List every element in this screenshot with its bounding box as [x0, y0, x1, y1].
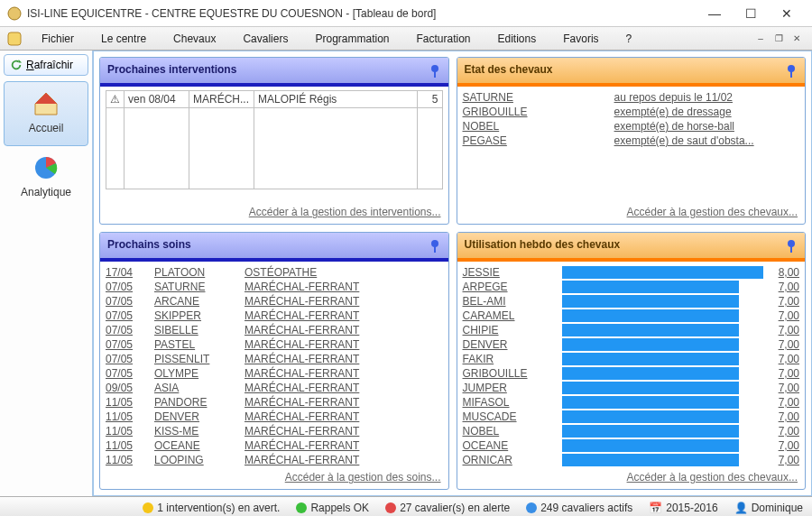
- table-row[interactable]: MIFASOL7,00: [463, 395, 800, 410]
- horse-link[interactable]: SATURNE: [463, 91, 513, 104]
- table-row[interactable]: DENVER7,00: [463, 337, 800, 352]
- app-menu-icon[interactable]: [7, 32, 22, 46]
- table-row[interactable]: CHIPIE7,00: [463, 323, 800, 337]
- horse-link[interactable]: ARPEGE: [463, 281, 508, 293]
- date-link[interactable]: 11/05: [106, 396, 133, 409]
- table-row[interactable]: 07/05SKIPPERMARÉCHAL-FERRANT: [106, 309, 443, 323]
- horse-link[interactable]: JESSIE: [463, 266, 500, 279]
- table-row[interactable]: 09/05ASIAMARÉCHAL-FERRANT: [106, 381, 443, 395]
- table-row[interactable]: CARAMEL7,00: [463, 309, 800, 323]
- date-link[interactable]: 07/05: [106, 353, 133, 365]
- horse-link[interactable]: OLYMPE: [154, 367, 198, 380]
- table-row[interactable]: 11/05PANDOREMARÉCHAL-FERRANT: [106, 395, 443, 410]
- table-row[interactable]: NOBEL7,00: [463, 424, 800, 438]
- table-row[interactable]: 07/05SIBELLEMARÉCHAL-FERRANT: [106, 323, 443, 337]
- table-row[interactable]: MUSCADE7,00: [463, 410, 800, 424]
- table-row[interactable]: PEGASEexempté(e) de saut d'obsta...: [463, 134, 800, 148]
- date-link[interactable]: 11/05: [106, 439, 133, 452]
- date-link[interactable]: 17/04: [106, 266, 133, 279]
- menu-programmation[interactable]: Programmation: [309, 31, 407, 47]
- horse-link[interactable]: MIFASOL: [463, 396, 510, 409]
- status-actifs[interactable]: 249 cavaliers actifs: [526, 502, 632, 514]
- horse-link[interactable]: PLATOON: [154, 266, 205, 279]
- care-link[interactable]: MARÉCHAL-FERRANT: [245, 382, 359, 394]
- date-link[interactable]: 09/05: [106, 382, 133, 394]
- table-row[interactable]: GRIBOUILLE7,00: [463, 366, 800, 381]
- horse-link[interactable]: KISS-ME: [154, 425, 198, 438]
- etat-footer-link[interactable]: Accéder à la gestion des chevaux...: [627, 206, 798, 218]
- status-alert[interactable]: 27 cavalier(s) en alerte: [385, 502, 510, 514]
- table-row[interactable]: 07/05SATURNEMARÉCHAL-FERRANT: [106, 280, 443, 294]
- care-link[interactable]: MARÉCHAL-FERRANT: [245, 338, 359, 351]
- menu-help[interactable]: ?: [621, 31, 651, 47]
- horse-link[interactable]: GRIBOUILLE: [463, 106, 528, 118]
- horse-link[interactable]: DENVER: [463, 338, 508, 351]
- table-row[interactable]: BEL-AMI7,00: [463, 294, 800, 309]
- horse-link[interactable]: SKIPPER: [154, 309, 201, 322]
- table-row[interactable]: ORNICAR7,00: [463, 453, 800, 467]
- horse-link[interactable]: CARAMEL: [463, 309, 515, 322]
- horse-link[interactable]: PASTEL: [154, 338, 195, 351]
- menu-lecentre[interactable]: Le centre: [96, 31, 164, 47]
- minimize-button[interactable]: —: [697, 1, 733, 26]
- date-link[interactable]: 07/05: [106, 324, 133, 336]
- horse-link[interactable]: PEGASE: [463, 134, 507, 147]
- table-row[interactable]: 11/05DENVERMARÉCHAL-FERRANT: [106, 410, 443, 424]
- pin-icon[interactable]: [427, 63, 443, 79]
- status-ok[interactable]: Rappels OK: [296, 502, 369, 514]
- horse-link[interactable]: ORNICAR: [463, 454, 512, 466]
- pin-icon[interactable]: [783, 63, 799, 79]
- table-row[interactable]: GRIBOUILLEexempté(e) de dressage: [463, 105, 800, 119]
- menu-fichier[interactable]: Fichier: [36, 31, 92, 47]
- date-link[interactable]: 11/05: [106, 410, 133, 423]
- table-row[interactable]: OCEANE7,00: [463, 438, 800, 453]
- table-row[interactable]: FAKIR7,00: [463, 352, 800, 366]
- status-link[interactable]: exempté(e) de dressage: [614, 106, 732, 118]
- horse-link[interactable]: ARCANE: [154, 295, 199, 308]
- menu-cavaliers[interactable]: Cavaliers: [237, 31, 306, 47]
- sidebar-item-accueil[interactable]: Accueil: [4, 81, 88, 146]
- menu-favoris[interactable]: Favoris: [558, 31, 616, 47]
- mdi-minimize-icon[interactable]: –: [752, 32, 769, 45]
- status-period[interactable]: 📅2015-2016: [649, 502, 717, 514]
- care-link[interactable]: OSTÉOPATHE: [245, 266, 317, 279]
- table-row[interactable]: NOBELexempté(e) de horse-ball: [463, 119, 800, 134]
- care-link[interactable]: MARÉCHAL-FERRANT: [245, 281, 359, 293]
- horse-link[interactable]: PANDORE: [154, 396, 207, 409]
- usage-footer-link[interactable]: Accéder à la gestion des chevaux...: [627, 471, 798, 484]
- horse-link[interactable]: SIBELLE: [154, 324, 198, 336]
- care-link[interactable]: MARÉCHAL-FERRANT: [245, 324, 359, 336]
- horse-link[interactable]: SATURNE: [154, 281, 205, 293]
- care-link[interactable]: MARÉCHAL-FERRANT: [245, 439, 359, 452]
- horse-link[interactable]: BEL-AMI: [463, 295, 506, 308]
- table-row[interactable]: 07/05OLYMPEMARÉCHAL-FERRANT: [106, 366, 443, 381]
- horse-link[interactable]: OCEANE: [154, 439, 200, 452]
- table-row[interactable]: 07/05PASTELMARÉCHAL-FERRANT: [106, 337, 443, 352]
- table-row[interactable]: ⚠ ven 08/04 MARÉCH... MALOPIÉ Régis 5: [106, 91, 443, 108]
- status-link[interactable]: exempté(e) de horse-ball: [614, 120, 734, 133]
- table-row[interactable]: ARPEGE7,00: [463, 280, 800, 294]
- care-link[interactable]: MARÉCHAL-FERRANT: [245, 410, 359, 423]
- pin-icon[interactable]: [783, 238, 799, 254]
- table-row[interactable]: 11/05LOOPINGMARÉCHAL-FERRANT: [106, 453, 443, 467]
- pin-icon[interactable]: [427, 238, 443, 254]
- mdi-restore-icon[interactable]: ❐: [770, 32, 787, 45]
- care-link[interactable]: MARÉCHAL-FERRANT: [245, 396, 359, 409]
- table-row[interactable]: SATURNEau repos depuis le 11/02: [463, 90, 800, 105]
- horse-link[interactable]: MUSCADE: [463, 410, 517, 423]
- date-link[interactable]: 07/05: [106, 281, 133, 293]
- horse-link[interactable]: ASIA: [154, 382, 179, 394]
- horse-link[interactable]: NOBEL: [463, 425, 500, 438]
- maximize-button[interactable]: ☐: [733, 1, 769, 26]
- table-row[interactable]: 07/05ARCANEMARÉCHAL-FERRANT: [106, 294, 443, 309]
- horse-link[interactable]: LOOPING: [154, 454, 204, 466]
- table-row[interactable]: 11/05OCEANEMARÉCHAL-FERRANT: [106, 438, 443, 453]
- horse-link[interactable]: JUMPER: [463, 382, 507, 394]
- date-link[interactable]: 11/05: [106, 454, 133, 466]
- mdi-close-icon[interactable]: ✕: [789, 32, 805, 45]
- date-link[interactable]: 07/05: [106, 338, 133, 351]
- table-row[interactable]: JESSIE8,00: [463, 265, 800, 280]
- horse-link[interactable]: CHIPIE: [463, 324, 499, 336]
- horse-link[interactable]: DENVER: [154, 410, 199, 423]
- horse-link[interactable]: OCEANE: [463, 439, 509, 452]
